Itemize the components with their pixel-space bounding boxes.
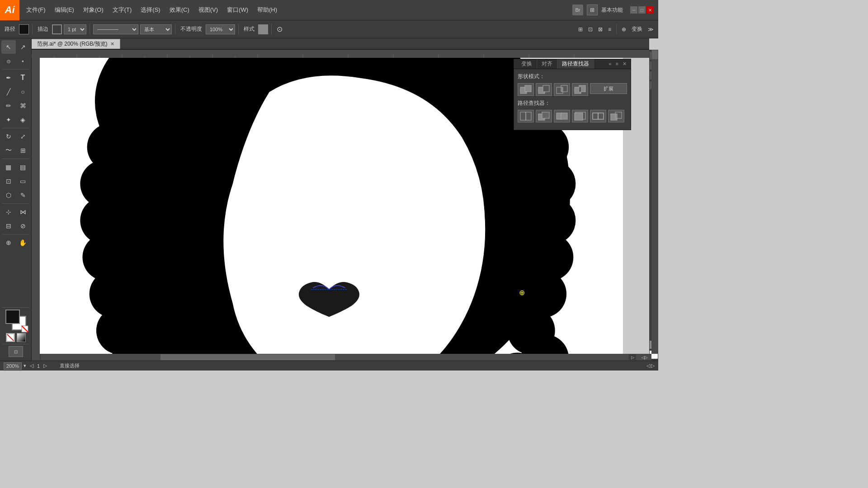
eyedropper-tool[interactable]: ✎ [16,188,30,202]
column-tool[interactable]: ⊟ [1,219,16,233]
toolbar-sep-3 [175,24,175,35]
chart-tool[interactable]: ▤ [16,160,30,174]
swap-colors-icon[interactable] [21,325,29,333]
rect-tool[interactable]: ▭ [16,174,30,188]
scrollbar-h-thumb[interactable] [160,354,335,360]
lasso-tool[interactable]: ⌾ [1,54,16,68]
shape-subtract-btn[interactable] [536,83,552,96]
doc-tab-active[interactable]: 范例.ai* @ 200% (RGB/预览) ✕ [32,39,120,49]
stroke-style-select[interactable]: ────── [93,24,138,34]
align-center-icon[interactable]: ⊡ [586,25,594,33]
blend-tool[interactable]: ⊹ [1,205,16,219]
tool-sep-3 [2,159,29,159]
svg-line-2 [7,334,13,341]
workspace-icon[interactable]: ⊞ [587,5,598,15]
svg-rect-79 [575,113,583,120]
menu-help[interactable]: 帮助(H) [253,4,282,16]
panel-collapse-btn[interactable]: « [607,61,613,67]
graph-tool[interactable]: ▦ [1,160,16,174]
scrollbar-vertical[interactable] [651,50,658,354]
warp-tool[interactable]: 〜 [1,144,16,157]
none-color[interactable] [6,333,15,342]
shape-intersect-btn[interactable] [554,83,570,96]
pen-tool[interactable]: ✒ [1,71,16,84]
foreground-color[interactable] [5,310,20,324]
scroll-arrow-right[interactable]: ▷ [651,363,655,369]
slice-tool[interactable]: ⊘ [16,219,30,233]
transform-icon[interactable]: ⊕ [620,25,628,33]
menu-object[interactable]: 对象(O) [79,4,108,16]
pf-merge-btn[interactable] [554,110,570,122]
ruler-horizontal [32,50,649,58]
tab-close-btn[interactable]: ✕ [110,41,114,47]
pf-outline-btn[interactable] [590,110,606,122]
style-swatch[interactable] [258,24,268,34]
more-options-icon[interactable]: ≫ [646,25,656,33]
hand-tool[interactable]: ✋ [16,236,30,249]
view-icon[interactable]: ⊙ [275,24,284,34]
pf-minus-back-btn[interactable] [608,110,624,122]
menu-file[interactable]: 文件(F) [22,4,50,16]
scroll-arrow-left[interactable]: ◁ [646,363,650,369]
br-icon[interactable]: Br [572,5,583,15]
menu-text[interactable]: 文字(T) [108,4,137,16]
rotate-tool[interactable]: ↻ [1,130,16,143]
shape-exclude-btn[interactable] [572,83,588,96]
stroke-size-select[interactable]: 1 pt 2 pt [64,24,86,34]
maximize-btn[interactable]: □ [638,6,646,14]
fill-swatch[interactable] [19,24,29,34]
zoom-tool[interactable]: ⊕ [1,236,16,249]
menu-edit[interactable]: 编辑(E) [50,4,79,16]
symbol-tool[interactable]: ⋈ [16,205,30,219]
expand-btn[interactable]: 扩展 [590,83,627,94]
pf-trim-btn[interactable] [536,110,552,122]
pf-crop-btn[interactable] [572,110,588,122]
select-tool[interactable]: ↖ [1,40,16,54]
paint-tool[interactable]: ⬡ [1,188,16,202]
zoom-dropdown[interactable]: ▾ [24,363,26,369]
svg-rect-81 [598,113,604,119]
ellipse-tool[interactable]: ○ [16,85,30,99]
menu-window[interactable]: 窗口(W) [222,4,253,16]
magic-wand-tool[interactable]: ⋆ [16,54,30,68]
minimize-btn[interactable]: ─ [630,6,637,14]
nav-next[interactable]: ▷ [43,363,47,369]
free-transform[interactable]: ⊞ [16,144,30,157]
grid-tool[interactable]: ⊡ [1,174,16,188]
opacity-select[interactable]: 100% 75% 50% [206,24,235,34]
text-tool[interactable]: T [16,71,30,84]
panel-menu-btn[interactable]: ≡ [614,61,620,67]
eraser-tool[interactable]: ◈ [16,113,30,127]
blob-tool[interactable]: ✦ [1,113,16,127]
scroll-right-btn[interactable]: ▷ [629,354,636,360]
panel-tab-align[interactable]: 对齐 [537,59,557,69]
pf-divide-btn[interactable] [518,110,534,122]
scrollbar-horizontal[interactable]: ◁ ▷ ◁▷ [32,354,651,361]
scale-tool[interactable]: ⤢ [16,130,30,143]
tool-sep-1 [2,69,29,70]
close-btn[interactable]: ✕ [646,6,654,14]
nav-prev[interactable]: ◁ [30,363,33,369]
menu-effect[interactable]: 效果(C) [165,4,194,16]
brush-tool[interactable]: ⌘ [16,99,30,113]
shape-add-btn[interactable] [518,83,534,96]
panel-tab-transform[interactable]: 变换 [517,59,537,69]
stroke-swatch[interactable] [52,24,62,34]
menu-view[interactable]: 视图(V) [194,4,222,16]
scrollbar-v-thumb[interactable] [652,50,658,59]
direct-select-tool[interactable]: ↗ [16,40,30,54]
menu-select[interactable]: 选择(S) [136,4,165,16]
panel-tab-pathfinder[interactable]: 路径查找器 [557,59,594,69]
pencil-tool[interactable]: ✏ [1,99,16,113]
arrange-icon[interactable]: ⊠ [596,25,604,33]
zoom-input[interactable] [4,362,22,370]
basic-select[interactable]: 基本 [140,24,172,34]
line-tool[interactable]: ╱ [1,85,16,99]
gradient-color[interactable] [17,333,26,342]
distribute-icon[interactable]: ≡ [606,25,613,33]
shape-mode-row: 扩展 [518,83,627,96]
artboard-btn[interactable]: ⊡ [9,346,23,357]
transform-label: 变换 [630,24,644,34]
align-left-icon[interactable]: ⊞ [576,25,585,33]
panel-close-btn[interactable]: ✕ [621,61,628,67]
